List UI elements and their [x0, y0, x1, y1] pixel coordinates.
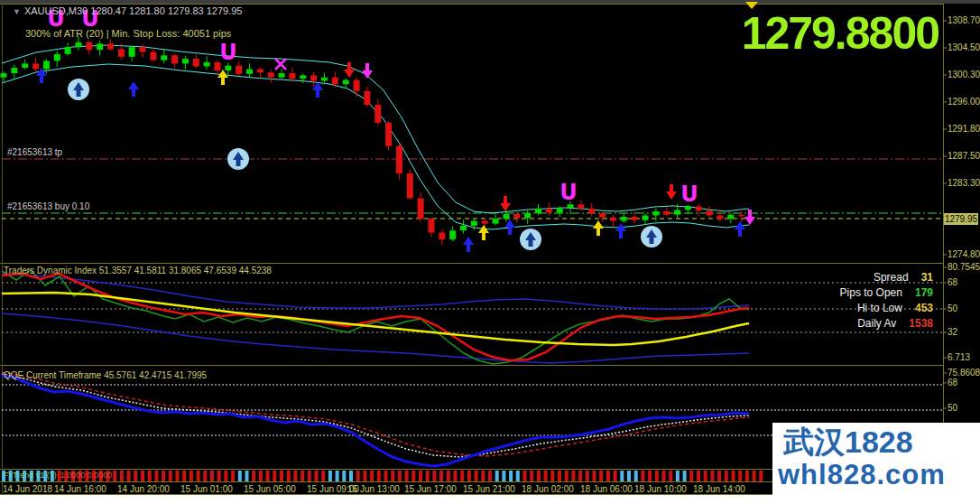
trend-histogram-bar	[689, 471, 693, 481]
axis-label: 1283.30	[948, 178, 980, 188]
market-info-label: Hi to Low	[857, 302, 902, 314]
candle-body	[503, 214, 509, 219]
trend-histogram-bar	[655, 471, 659, 481]
trend-indicator-name: FxTrend v1 (7)	[4, 471, 57, 480]
candle-body	[343, 80, 349, 85]
trend-histogram-bar	[523, 471, 527, 481]
symbol-dropdown-icon[interactable]: ▼	[13, 7, 21, 16]
trend-histogram-bar	[308, 471, 311, 481]
candle-body	[171, 55, 178, 63]
candle-body	[513, 214, 520, 219]
market-info-label: Pips to Open	[840, 286, 902, 299]
current-price-display: 1279.8800	[742, 7, 938, 60]
time-label: 15 Jun 17:00	[404, 484, 457, 494]
trend-histogram-bar	[154, 471, 158, 481]
down-arrow-icon	[744, 210, 755, 225]
trend-histogram-bar	[460, 471, 464, 481]
candle-body	[396, 146, 402, 173]
trend-histogram-bar	[683, 471, 687, 481]
candle-body	[97, 43, 103, 50]
trend-histogram-bar	[481, 471, 485, 481]
trend-histogram-bar	[252, 471, 255, 481]
tdi-band-upper	[2, 274, 749, 309]
candle-body	[652, 211, 659, 216]
trend-histogram-bar	[405, 471, 409, 481]
candle-body	[418, 198, 424, 219]
axis-label: 50	[948, 303, 957, 313]
axis-label: 1287.50	[948, 151, 980, 161]
candle-body	[643, 215, 649, 219]
buy-order-label: #21653613 buy 0.10	[7, 201, 89, 211]
trend-histogram-bar	[169, 471, 172, 481]
candle-body	[32, 63, 39, 69]
trend-histogram-bar	[162, 471, 165, 481]
trend-histogram-bar	[266, 471, 270, 481]
axis-label: 1274.80	[948, 249, 980, 259]
trend-histogram-bar	[586, 471, 589, 481]
trend-histogram-bar	[224, 471, 227, 481]
candle-body	[268, 72, 274, 77]
trend-histogram-bar	[732, 471, 735, 481]
trend-histogram-bar	[238, 471, 242, 481]
watermark: 武汉1828 whl828.com	[772, 423, 980, 504]
trend-indicator-label: FxTrend v1 (7)1.0000 0.0000	[4, 471, 112, 480]
axis-label: 68	[948, 277, 957, 287]
candle-body	[193, 59, 199, 66]
candle-body	[22, 63, 28, 68]
candle-body	[300, 75, 306, 79]
axis-label: 1304.50	[948, 42, 980, 52]
time-label: 15 Jun 05:00	[244, 484, 296, 494]
candle-body	[161, 55, 167, 60]
candle-body	[610, 218, 616, 221]
trend-histogram-bar	[725, 471, 728, 481]
time-label: 18 Jun 02:00	[522, 484, 574, 494]
qqe-blue	[2, 376, 749, 466]
trend-histogram-bar	[217, 471, 221, 481]
axis-label: 1291.80	[948, 124, 980, 134]
trend-histogram-bar	[662, 471, 666, 481]
axis-label: 1296.00	[948, 97, 980, 107]
candle-body	[685, 207, 691, 210]
time-label: 15 Jun 01:00	[180, 484, 233, 494]
chart-title: ▼XAUUSD,M30 1280.47 1281.80 1279.83 1279…	[13, 5, 243, 16]
trend-histogram-bar	[432, 471, 436, 481]
trend-histogram-bar	[273, 471, 276, 481]
trend-histogram-bar	[197, 471, 200, 481]
market-info-row: Pips to Open179	[840, 286, 933, 299]
trend-histogram-bar	[315, 471, 319, 481]
candle-body	[310, 75, 317, 80]
trend-histogram-bar	[578, 471, 582, 481]
trend-histogram-bar	[593, 471, 596, 481]
candle-body	[11, 68, 17, 73]
chart-title-text: XAUUSD,M30 1280.47 1281.80 1279.83 1279.…	[24, 5, 243, 16]
trend-histogram-bar	[259, 471, 263, 481]
trend-histogram-bar	[300, 471, 304, 481]
up-arrow-icon	[463, 237, 474, 252]
candle-body	[129, 47, 135, 57]
trend-histogram-bar	[717, 471, 721, 481]
trend-histogram-bar	[231, 471, 235, 481]
trend-histogram-bar	[488, 471, 492, 481]
trend-histogram-bar	[634, 471, 638, 481]
candle-body	[727, 215, 734, 219]
trend-histogram-bar	[439, 471, 443, 481]
down-arrow-icon	[500, 196, 511, 211]
candle-body	[707, 210, 713, 215]
candle-body	[150, 52, 156, 61]
candle-body	[65, 47, 71, 54]
candle-body	[86, 42, 92, 50]
down-arrow-icon	[362, 63, 373, 79]
candle-body	[439, 233, 445, 240]
up-arrow-icon	[36, 68, 47, 83]
market-info-row: Spread31	[874, 271, 933, 284]
candle-body	[471, 221, 477, 226]
trend-histogram-bar	[426, 471, 430, 481]
time-label: 18 Jun 14:00	[693, 484, 745, 494]
candle-body	[246, 70, 253, 74]
trend-histogram-bar	[134, 471, 137, 481]
qqe-indicator-label: QQE Current Timeframe 45.5761 42.4715 41…	[4, 370, 207, 380]
magenta-balloon-icon: U	[219, 40, 237, 65]
trend-histogram-bar	[620, 471, 624, 481]
trend-histogram-bar	[384, 471, 388, 481]
candle-body	[107, 43, 114, 49]
